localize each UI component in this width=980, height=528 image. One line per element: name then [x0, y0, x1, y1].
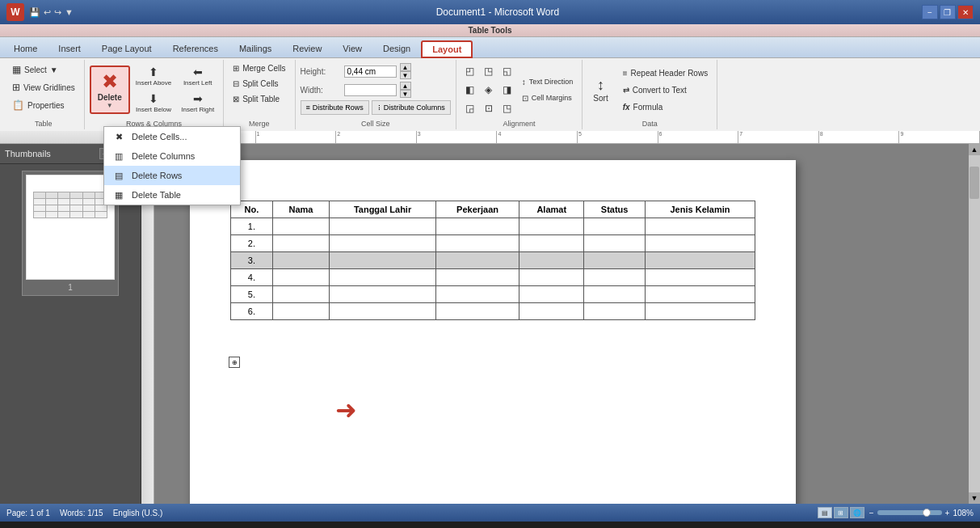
cell-3-6[interactable] — [645, 252, 755, 269]
split-cells-button[interactable]: ⊟ Split Cells — [229, 77, 282, 91]
merge-cells-button[interactable]: ⊞ Merge Cells — [229, 61, 289, 75]
align-tr[interactable]: ◱ — [498, 62, 516, 80]
cell-3-4[interactable] — [519, 252, 584, 269]
zoom-in-btn[interactable]: + — [945, 509, 950, 517]
cell-3-0[interactable]: 3. — [231, 252, 273, 269]
cell-6-4[interactable] — [519, 303, 584, 320]
text-direction-button[interactable]: ↕ Text Direction — [518, 75, 578, 89]
distribute-rows-button[interactable]: ≡ Distribute Rows — [301, 100, 369, 115]
cell-6-3[interactable] — [436, 303, 519, 320]
cell-5-4[interactable] — [519, 286, 584, 303]
align-tl[interactable]: ◰ — [461, 62, 479, 80]
cell-5-3[interactable] — [436, 286, 519, 303]
width-up[interactable]: ▲ — [400, 82, 411, 90]
height-down[interactable]: ▼ — [400, 71, 411, 79]
web-layout-btn[interactable]: 🌐 — [850, 507, 864, 518]
align-ml[interactable]: ◧ — [461, 81, 479, 99]
formula-button[interactable]: fx Formula — [619, 100, 712, 114]
width-down[interactable]: ▼ — [400, 90, 411, 98]
cell-1-5[interactable] — [584, 218, 646, 235]
properties-button[interactable]: 📋 Properties — [8, 97, 69, 113]
save-qa-btn[interactable]: 💾 — [29, 7, 40, 18]
restore-button[interactable]: ❐ — [940, 5, 956, 19]
cell-2-0[interactable]: 2. — [231, 235, 273, 252]
insert-above-button[interactable]: ⬆ Insert Above — [132, 64, 175, 89]
insert-left-button[interactable]: ⬅ Insert Left — [177, 64, 218, 89]
cell-5-6[interactable] — [645, 286, 755, 303]
cell-6-0[interactable]: 6. — [231, 303, 273, 320]
insert-right-button[interactable]: ➡ Insert Right — [177, 91, 218, 116]
width-spinner[interactable]: ▲ ▼ — [400, 82, 411, 98]
cell-1-3[interactable] — [436, 218, 519, 235]
cell-2-1[interactable] — [272, 235, 329, 252]
undo-qa-btn[interactable]: ↩ — [44, 7, 51, 18]
view-gridlines-button[interactable]: ⊞ View Gridlines — [8, 79, 79, 95]
tab-review[interactable]: Review — [282, 40, 332, 57]
delete-button[interactable]: ✖ Delete ▼ — [90, 65, 130, 114]
repeat-header-button[interactable]: ≡ Repeat Header Rows — [619, 66, 712, 80]
redo-qa-btn[interactable]: ↪ — [54, 7, 61, 18]
tab-page-layout[interactable]: Page Layout — [91, 40, 162, 57]
cell-4-4[interactable] — [519, 269, 584, 286]
height-input[interactable] — [344, 65, 397, 78]
convert-text-button[interactable]: ⇄ Convert to Text — [619, 83, 712, 97]
tab-view[interactable]: View — [332, 40, 372, 57]
cell-2-6[interactable] — [645, 235, 755, 252]
cell-3-1[interactable] — [272, 252, 329, 269]
align-mc[interactable]: ◈ — [480, 81, 498, 99]
cell-5-0[interactable]: 5. — [231, 286, 273, 303]
height-up[interactable]: ▲ — [400, 63, 411, 71]
insert-below-button[interactable]: ⬇ Insert Below — [132, 91, 175, 116]
zoom-slider-thumb[interactable] — [923, 509, 931, 517]
delete-cells-item[interactable]: ✖ Delete Cells... — [104, 127, 240, 146]
print-layout-btn[interactable]: ▤ — [818, 507, 832, 518]
delete-table-item[interactable]: ▦ Delete Table — [104, 185, 240, 205]
scroll-up-button[interactable]: ▲ — [969, 144, 980, 155]
page-area[interactable]: ⊕ No. Nama Tanggal Lahir Pekerjaan Alama… — [141, 144, 980, 504]
split-table-button[interactable]: ⊠ Split Table — [229, 92, 284, 106]
cell-4-2[interactable] — [330, 269, 436, 286]
cell-3-2[interactable] — [330, 252, 436, 269]
cell-4-3[interactable] — [436, 269, 519, 286]
cell-6-2[interactable] — [330, 303, 436, 320]
delete-rows-item[interactable]: ▤ Delete Rows — [104, 166, 240, 185]
cell-5-2[interactable] — [330, 286, 436, 303]
tab-references[interactable]: References — [162, 40, 229, 57]
cell-6-6[interactable] — [645, 303, 755, 320]
align-bl[interactable]: ◲ — [461, 99, 479, 117]
sort-button[interactable]: ↕ Sort — [587, 74, 613, 107]
cell-2-2[interactable] — [330, 235, 436, 252]
cell-3-5[interactable] — [584, 252, 646, 269]
align-tc[interactable]: ◳ — [480, 62, 498, 80]
cell-2-4[interactable] — [519, 235, 584, 252]
cell-4-5[interactable] — [584, 269, 646, 286]
tab-layout[interactable]: Layout — [421, 40, 473, 58]
zoom-slider[interactable] — [877, 510, 942, 515]
table-move-handle[interactable]: ⊕ — [229, 357, 240, 368]
cell-1-2[interactable] — [330, 218, 436, 235]
tab-mailings[interactable]: Mailings — [229, 40, 282, 57]
tab-insert[interactable]: Insert — [48, 40, 91, 57]
select-button[interactable]: ▦ Select ▼ — [8, 61, 62, 78]
cell-1-6[interactable] — [645, 218, 755, 235]
minimize-button[interactable]: − — [922, 5, 938, 19]
align-br[interactable]: ◳ — [498, 99, 516, 117]
close-button[interactable]: ✕ — [957, 5, 974, 19]
cell-4-1[interactable] — [272, 269, 329, 286]
full-screen-btn[interactable]: ⊞ — [834, 507, 848, 518]
cell-1-1[interactable] — [272, 218, 329, 235]
width-input[interactable] — [344, 84, 397, 96]
cell-1-4[interactable] — [519, 218, 584, 235]
cell-5-1[interactable] — [272, 286, 329, 303]
delete-columns-item[interactable]: ▥ Delete Columns — [104, 146, 240, 166]
align-bc[interactable]: ⊡ — [480, 99, 498, 117]
cell-2-5[interactable] — [584, 235, 646, 252]
cell-2-3[interactable] — [436, 235, 519, 252]
cell-5-5[interactable] — [584, 286, 646, 303]
cell-4-6[interactable] — [645, 269, 755, 286]
cell-6-1[interactable] — [272, 303, 329, 320]
scrollbar-thumb[interactable] — [969, 167, 979, 199]
tab-design[interactable]: Design — [372, 40, 421, 57]
height-spinner[interactable]: ▲ ▼ — [400, 63, 411, 79]
tab-home[interactable]: Home — [3, 40, 48, 57]
